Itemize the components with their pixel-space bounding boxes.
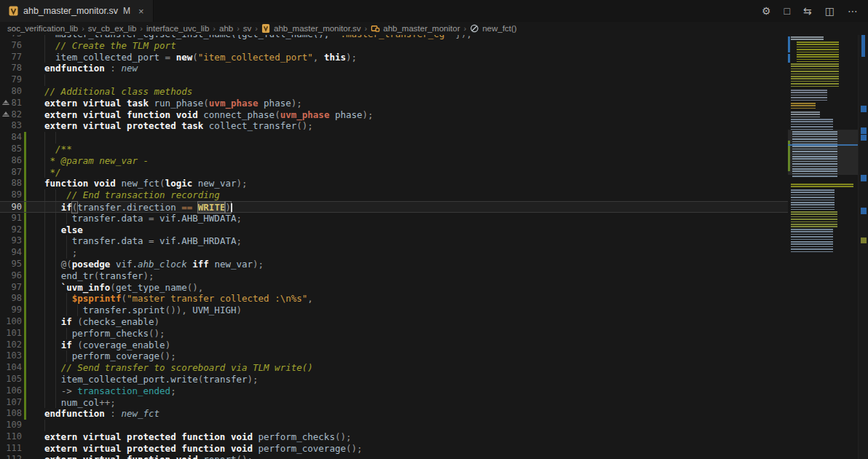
breadcrumb-item-ahb_master_monitor.sv[interactable]: ahb_master_monitor.sv [261, 23, 361, 34]
line-number[interactable]: 95 [0, 259, 22, 270]
code-line[interactable]: transfer.sprint()), UVM_HIGH) [33, 305, 788, 316]
breadcrumb-item-soc_verification_lib[interactable]: soc_verification_lib [7, 24, 78, 33]
line-number[interactable]: 78 [0, 63, 22, 74]
line-number[interactable]: 111 [0, 443, 22, 455]
code-line[interactable]: end_tr(transfer); [33, 270, 788, 282]
line-number[interactable]: 112 [0, 454, 22, 459]
line-number[interactable]: 77 [0, 52, 22, 63]
code-line[interactable]: `uvm_info(get_type_name(), [33, 282, 788, 294]
code-line[interactable]: endfunction : new [33, 63, 788, 74]
code-line[interactable]: item_collected_port.write(transfer); [33, 374, 788, 385]
code-line[interactable]: extern virtual function void connect_pha… [33, 109, 788, 121]
line-number[interactable]: 80 [0, 86, 22, 98]
line-number[interactable]: 110 [0, 431, 22, 443]
gutter-marker-icon[interactable] [2, 111, 9, 117]
line-number[interactable]: 87 [0, 167, 22, 178]
tab-ahb-master-monitor[interactable]: ahb_master_monitor.sv M × [0, 0, 154, 22]
code-line[interactable] [33, 420, 788, 431]
code-line[interactable]: perform_coverage(); [33, 350, 788, 362]
close-icon[interactable]: × [138, 6, 144, 17]
line-number[interactable]: 92 [0, 224, 22, 236]
code-line[interactable]: else [33, 224, 788, 236]
line-number[interactable]: 99 [0, 305, 22, 316]
line-number[interactable]: 100 [0, 316, 22, 328]
line-number[interactable]: 107 [0, 397, 22, 409]
line-number[interactable]: 101 [0, 328, 22, 340]
minimap[interactable] [788, 35, 858, 459]
breadcrumb-item-sv[interactable]: sv [243, 24, 252, 33]
more-actions-icon[interactable]: ⋯ [848, 6, 858, 16]
code-line[interactable]: if (coverage_enable) [33, 340, 788, 351]
code-line[interactable] [33, 74, 788, 86]
line-number[interactable]: 89 [0, 189, 22, 201]
line-number[interactable]: 75 [0, 35, 22, 40]
line-number[interactable]: 76 [0, 40, 22, 52]
code-line[interactable]: num_col++; [33, 397, 788, 409]
indent-guide [44, 235, 45, 247]
line-number[interactable]: 85 [0, 144, 22, 155]
code-line[interactable]: extern virtual protected task collect_tr… [33, 120, 788, 132]
line-number[interactable]: 109 [0, 420, 22, 431]
line-number[interactable]: 90 [0, 202, 22, 212]
line-number[interactable]: 84 [0, 132, 22, 144]
line-number[interactable]: 96 [0, 270, 22, 282]
code-line[interactable]: */ [33, 167, 788, 178]
line-number[interactable]: 94 [0, 247, 22, 259]
breadcrumb-item-ahb[interactable]: ahb [219, 24, 233, 33]
line-number[interactable]: 86 [0, 155, 22, 167]
code-line[interactable]: * @param new_var - [33, 155, 788, 167]
breadcrumb-item-interface_uvc_lib[interactable]: interface_uvc_lib [146, 24, 209, 33]
line-number[interactable]: 88 [0, 178, 22, 189]
code-line[interactable]: extern virtual protected function void p… [33, 443, 788, 455]
line-number[interactable]: 108 [0, 408, 22, 420]
open-preview-icon[interactable]: □ [784, 6, 790, 16]
overview-ruler[interactable] [858, 35, 868, 459]
code-line[interactable]: item_collected_port = new("item_collecte… [33, 52, 788, 63]
line-number[interactable]: 79 [0, 74, 22, 86]
breadcrumb-item-ahb_master_monitor[interactable]: ahb_master_monitor [371, 23, 459, 34]
code-line[interactable] [33, 132, 788, 144]
code-line[interactable]: ; [33, 247, 788, 259]
code-line[interactable]: if(transfer.direction == WRITE) [33, 202, 788, 212]
line-number[interactable]: 93 [0, 235, 22, 247]
line-number[interactable]: 104 [0, 362, 22, 374]
code-line[interactable]: // End transaction recording [33, 189, 788, 201]
code-line[interactable]: function void new_fct(logic new_var); [33, 178, 788, 189]
line-number[interactable]: 106 [0, 385, 22, 397]
line-number[interactable]: 83 [0, 120, 22, 132]
code-line[interactable]: // Send transfer to scoreboard via TLM w… [33, 362, 788, 374]
split-editor-icon[interactable]: ◫ [825, 6, 835, 16]
open-changes-icon[interactable]: ⇆ [803, 6, 812, 16]
line-number[interactable]: 97 [0, 282, 22, 294]
settings-gear-icon[interactable]: ⚙ [762, 6, 771, 16]
breadcrumb-item-sv_cb_ex_lib[interactable]: sv_cb_ex_lib [88, 24, 136, 33]
code-line[interactable]: perform_checks(); [33, 328, 788, 340]
code-line[interactable]: if (checks_enable) [33, 316, 788, 328]
line-number[interactable]: 98 [0, 293, 22, 305]
code-line[interactable]: extern virtual task run_phase(uvm_phase … [33, 98, 788, 109]
code-line[interactable]: // Additional class methods [33, 86, 788, 98]
code-line[interactable]: endfunction : new_fct [33, 408, 788, 420]
code-line[interactable]: // Create the TLM port [33, 40, 788, 52]
code-editor[interactable]: 75master_transfer_cg.set_inst_name({get_… [0, 35, 788, 459]
minimap-change-mark [788, 54, 790, 63]
breadcrumb-item-new_fct[interactable]: new_fct() [470, 23, 516, 34]
token-pn: ; [170, 385, 176, 396]
indent-guide [55, 189, 56, 201]
minimap-slider[interactable] [788, 130, 858, 175]
code-line[interactable]: master_transfer_cg.set_inst_name({get_fu… [33, 35, 788, 40]
code-line[interactable]: -> transaction_ended; [33, 385, 788, 397]
code-line[interactable]: extern virtual function void report(); [33, 454, 788, 459]
line-number[interactable]: 103 [0, 350, 22, 362]
line-number[interactable]: 105 [0, 374, 22, 385]
code-line[interactable]: transfer.data = vif.AHB_HWDATA; [33, 213, 788, 224]
code-line[interactable]: extern virtual protected function void p… [33, 431, 788, 443]
code-line[interactable]: transfer.data = vif.AHB_HRDATA; [33, 235, 788, 247]
code-line[interactable]: $psprintf("master transfer collected :\n… [33, 293, 788, 305]
indent-guide [66, 328, 67, 340]
gutter-marker-icon[interactable] [2, 100, 9, 105]
line-number[interactable]: 91 [0, 213, 22, 224]
code-line[interactable]: @(posedge vif.ahb_clock iff new_var); [33, 259, 788, 270]
code-line[interactable]: /** [33, 144, 788, 155]
line-number[interactable]: 102 [0, 340, 22, 351]
